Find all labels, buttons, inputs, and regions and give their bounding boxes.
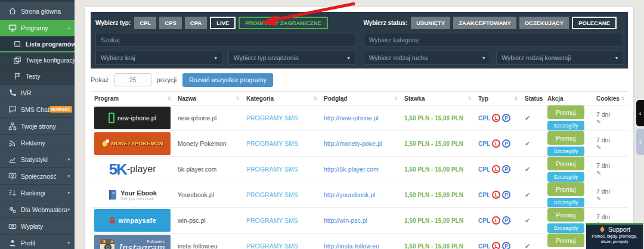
column-header-stawka[interactable]: Stawka⇅ xyxy=(401,92,475,105)
program-name: Monety Pokemon xyxy=(174,131,243,157)
sidebar-item-label: Reklamy xyxy=(21,139,45,147)
traffic-type-select[interactable]: Wybierz rodzaj ruchu ▾ xyxy=(364,51,491,65)
type-filter-programy-zagraniczne-button[interactable]: PROGRAMY ZAGRANICZNE xyxy=(239,17,328,29)
book-icon xyxy=(108,189,117,200)
phone-icon xyxy=(7,89,17,97)
category-link[interactable]: PROGRAMY SMS xyxy=(246,217,298,224)
preview-link[interactable]: http://yourebook.pl xyxy=(324,191,375,198)
column-header-kategoria[interactable]: Kategoria⇅ xyxy=(243,92,320,105)
search-input[interactable] xyxy=(95,33,355,47)
program-logo-winpaysafe: winpaysafe xyxy=(94,209,171,232)
program-name: Yourebook.pl xyxy=(174,182,243,208)
type-filter-cps-button[interactable]: CPS xyxy=(159,17,182,29)
type-filter-cpa-button[interactable]: CPA xyxy=(185,17,207,29)
laptop-icon xyxy=(12,40,22,48)
column-header-program[interactable]: Program⇅ xyxy=(91,92,174,105)
category-link[interactable]: PROGRAMY SMS xyxy=(246,242,298,249)
type-filter-cpl-button[interactable]: CPL xyxy=(134,17,156,29)
category-input[interactable] xyxy=(364,33,624,47)
category-link[interactable]: PROGRAMY SMS xyxy=(246,191,298,198)
expand-all-programs-button[interactable]: Rozwiń wszystkie programy xyxy=(182,73,273,87)
sidebar-item-label: Testy xyxy=(26,73,41,80)
edit-icon[interactable]: ✎ xyxy=(596,195,601,202)
sidebar: Strona główna Programy ▴ Lista programów… xyxy=(0,0,75,249)
side-panel-toggle-light[interactable]: ‹ xyxy=(636,129,644,155)
preview-link[interactable]: http://win-psc.pl xyxy=(324,217,367,224)
sidebar-item-strona-glowna[interactable]: Strona główna xyxy=(0,3,75,20)
cookies-value: 7 dni xyxy=(596,162,626,169)
sidebar-item-wyplaty[interactable]: Wypłaty xyxy=(0,218,75,235)
country-select[interactable]: Wybierz kraj ▾ xyxy=(95,51,222,65)
column-header-cookies[interactable]: Cookies⇅ xyxy=(593,92,628,105)
logo-text: Your Ebook xyxy=(120,189,157,197)
status-filter-usuniety-button[interactable]: USUNIĘTY xyxy=(411,17,450,29)
details-button[interactable]: Szczegóły xyxy=(547,198,584,207)
items-label: pozycji xyxy=(157,76,177,83)
column-header-typ[interactable]: Typ⇅ xyxy=(475,92,521,105)
preview-link[interactable]: http://insta-follow.eu xyxy=(324,242,379,249)
edit-icon[interactable]: ✎ xyxy=(596,119,601,125)
column-header-akcja: Akcja xyxy=(544,92,593,105)
status-filter-oczekujacy-button[interactable]: OCZEKUJĄCY xyxy=(519,17,569,29)
sidebar-item-programy[interactable]: Programy ▴ xyxy=(0,20,75,36)
sort-icon: ⇅ xyxy=(236,96,240,101)
promote-button[interactable]: Promuj xyxy=(547,131,584,145)
sort-icon: ⇅ xyxy=(167,96,171,101)
promote-button[interactable]: Promuj xyxy=(547,157,584,170)
sidebar-item-twoje-konfiguracje[interactable]: Twoje konfiguracje xyxy=(0,52,75,69)
preview-link[interactable]: http://new-iphone.pl xyxy=(324,114,379,122)
category-link[interactable]: PROGRAMY SMS xyxy=(246,140,298,147)
status-filter-polecane-button[interactable]: POLECANE xyxy=(572,17,617,29)
status-filter-zaakceptowany-button[interactable]: ZAAKCEPTOWANY xyxy=(453,17,516,29)
support-chat-widget[interactable]: Support Pomoc, błędy, promocje, nisze, p… xyxy=(586,223,643,249)
home-icon xyxy=(7,7,17,15)
sort-icon: ⇅ xyxy=(313,96,317,101)
column-header-podglad[interactable]: Podgląd⇅ xyxy=(320,92,401,105)
chevron-up-icon: ▴ xyxy=(67,26,70,30)
lead-badge: L xyxy=(492,216,500,225)
details-button[interactable]: Szczegóły xyxy=(547,121,584,130)
sidebar-item-spolecznosc[interactable]: Społeczność ▾ xyxy=(0,168,75,185)
cookies-value: 7 dni xyxy=(596,213,626,220)
edit-icon[interactable]: ✎ xyxy=(596,170,601,176)
device-type-select[interactable]: Wybierz typ urządzenia ▾ xyxy=(228,51,355,65)
money-icon xyxy=(7,222,17,231)
lead-badge: L xyxy=(492,242,500,249)
logo-text: 5K xyxy=(109,160,126,179)
sidebar-item-profil[interactable]: Profil ▾ xyxy=(0,235,75,249)
edit-icon[interactable]: ✎ xyxy=(596,144,601,151)
category-link[interactable]: PROGRAMY SMS xyxy=(246,166,298,173)
sidebar-item-testy[interactable]: Testy xyxy=(0,69,75,85)
conversion-type-select[interactable]: Wybierz rodzaj konwersji ▾ xyxy=(496,51,623,65)
sidebar-item-lista-programow[interactable]: Lista programów xyxy=(0,36,75,52)
sidebar-item-sms-chat[interactable]: SMS Chat NOWOŚĆ xyxy=(0,101,75,118)
sidebar-item-twoje-strony[interactable]: Twoje strony xyxy=(0,118,75,135)
promote-button[interactable]: Promuj xyxy=(547,208,584,222)
details-button[interactable]: Szczegóły xyxy=(547,223,584,233)
status-check-icon: ✔ xyxy=(525,217,530,224)
filter-panel: Wybierz typ: CPL CPS CPA LIVE PROGRAMY Z… xyxy=(91,12,628,69)
community-icon xyxy=(7,172,17,180)
gears-icon xyxy=(7,206,17,214)
details-button[interactable]: Szczegóły xyxy=(547,172,584,182)
preview-link[interactable]: http://monety-poke.pl xyxy=(324,140,382,147)
sidebar-item-dla-webmastera[interactable]: Dla Webmastera ▾ xyxy=(0,201,75,218)
filter-left-column: Wybierz typ: CPL CPS CPA LIVE PROGRAMY Z… xyxy=(95,15,355,65)
category-link[interactable]: PROGRAMY SMS xyxy=(246,114,298,122)
page-size-input[interactable] xyxy=(114,73,151,86)
sidebar-item-reklamy[interactable]: Reklamy xyxy=(0,135,75,151)
sidebar-item-label: Twoje strony xyxy=(21,123,56,130)
sidebar-item-rankingi[interactable]: Rankingi ▾ xyxy=(0,185,75,201)
details-button[interactable]: Szczegóły xyxy=(547,147,584,156)
sidebar-item-statystyki[interactable]: Statystyki ▾ xyxy=(0,151,75,168)
column-header-nazwa[interactable]: Nazwa⇅ xyxy=(174,92,243,105)
promote-button[interactable]: Promuj xyxy=(547,105,584,119)
promote-button[interactable]: Promuj xyxy=(547,234,584,247)
table-toolbar: Pokaż pozycji Rozwiń wszystkie programy xyxy=(91,73,628,86)
sidebar-item-ivr[interactable]: IVR xyxy=(0,85,75,101)
promote-button[interactable]: Promuj xyxy=(547,182,584,196)
side-panel-toggle-dark[interactable]: ‹ xyxy=(636,100,644,126)
preview-link[interactable]: http://5k-player.com xyxy=(324,166,379,173)
flag-icon xyxy=(12,72,22,80)
type-filter-live-button[interactable]: LIVE xyxy=(210,17,236,29)
